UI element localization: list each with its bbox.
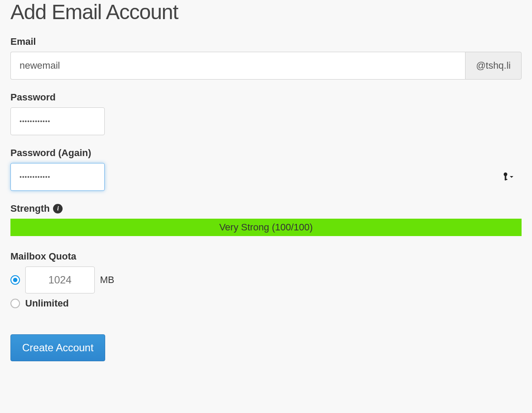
- quota-unlimited-label: Unlimited: [25, 298, 69, 309]
- quota-unlimited-radio[interactable]: [10, 299, 20, 308]
- quota-fixed-radio[interactable]: [10, 275, 20, 285]
- strength-group: Strength i Very Strong (100/100): [10, 203, 522, 236]
- strength-label: Strength: [10, 203, 50, 214]
- password-again-group: Password (Again): [10, 147, 522, 191]
- email-input[interactable]: [10, 52, 465, 80]
- email-domain-addon: @tshq.li: [465, 52, 522, 80]
- quota-unlimited-row: Unlimited: [10, 298, 522, 309]
- create-account-button[interactable]: Create Account: [10, 334, 105, 361]
- password-label: Password: [10, 92, 522, 103]
- chevron-down-icon: [509, 175, 514, 179]
- page-title: Add Email Account: [10, 0, 522, 24]
- quota-unit: MB: [100, 274, 114, 286]
- strength-bar: Very Strong (100/100): [10, 219, 522, 236]
- password-key-icon[interactable]: [502, 172, 514, 182]
- email-label: Email: [10, 36, 522, 47]
- quota-fixed-row: MB: [10, 266, 522, 293]
- password-again-input[interactable]: [10, 163, 105, 191]
- password-input[interactable]: [10, 107, 105, 135]
- info-icon[interactable]: i: [53, 204, 63, 213]
- quota-value-input[interactable]: [25, 266, 95, 293]
- password-again-label: Password (Again): [10, 147, 522, 159]
- password-group: Password: [10, 92, 522, 135]
- quota-label: Mailbox Quota: [10, 251, 522, 262]
- email-input-group: @tshq.li: [10, 52, 522, 80]
- strength-label-row: Strength i: [10, 203, 522, 214]
- svg-rect-2: [505, 179, 507, 180]
- svg-point-0: [504, 173, 507, 176]
- email-group: Email @tshq.li: [10, 36, 522, 80]
- quota-group: Mailbox Quota MB Unlimited: [10, 251, 522, 309]
